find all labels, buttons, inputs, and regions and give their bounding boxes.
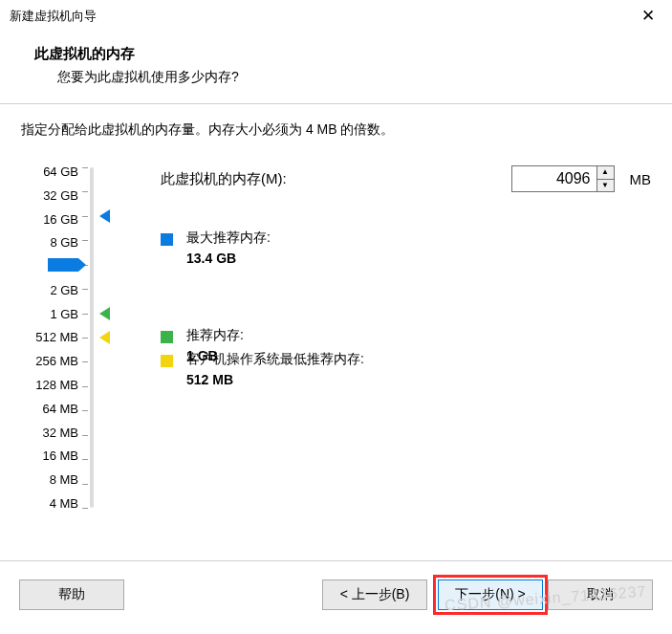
slider-tick-label: 128 MB [21,379,78,391]
slider-marker-min [99,331,110,344]
page-title: 此虚拟机的内存 [34,45,638,63]
slider-tick-label: 256 MB [21,355,78,367]
recommendation-max: 最大推荐内存:13.4 GB [161,230,271,266]
slider-marker-rec [99,307,110,320]
slider-tick-label: 1 GB [21,308,78,320]
slider-tick-label: 16 GB [21,213,78,226]
spinner-down-icon[interactable]: ▼ [597,180,614,192]
page-subtitle: 您要为此虚拟机使用多少内存? [34,69,638,86]
slider-tick-label: 4 GB [21,260,78,273]
recommendation-rec-label: 推荐内存: [186,327,244,344]
slider-track [90,167,94,508]
recommendation-min-value: 512 MB [186,372,364,387]
slider-tick-label: 2 GB [21,284,78,296]
memory-input[interactable] [512,166,596,191]
recommendation-max-label: 最大推荐内存: [186,230,271,247]
recommendation-max-value: 13.4 GB [186,251,271,266]
slider-tick-label: 8 MB [21,473,78,486]
recommendation-min-label: 客户机操作系统最低推荐内存: [186,351,364,368]
legend-square-yellow-icon [161,355,173,367]
memory-unit: MB [630,171,652,187]
titlebar: 新建虚拟机向导 ✕ [0,0,672,32]
slider-tick-label: 64 MB [21,403,78,415]
next-button-highlight: 下一步(N) > [433,575,548,615]
slider-tick-label: 4 MB [21,497,78,510]
wizard-header: 此虚拟机的内存 您要为此虚拟机使用多少内存? [0,32,672,103]
legend-square-blue-icon [161,233,173,246]
memory-field-label: 此虚拟机的内存(M): [161,170,502,188]
spinner-up-icon[interactable]: ▲ [597,166,614,180]
slider-tick-label: 8 GB [21,236,78,249]
cancel-button[interactable]: 取消 [548,579,653,610]
slider-tick-label: 512 MB [21,331,78,343]
legend-square-green-icon [161,331,173,343]
close-icon[interactable]: ✕ [636,6,661,26]
content-area: 指定分配给此虚拟机的内存量。内存大小必须为 4 MB 的倍数。 64 GB32 … [0,104,672,510]
help-button[interactable]: 帮助 [19,579,124,610]
slider-tick-label: 32 GB [21,189,78,202]
instruction-text: 指定分配给此虚拟机的内存量。内存大小必须为 4 MB 的倍数。 [21,121,651,139]
window-title: 新建虚拟机向导 [10,8,97,25]
slider-marker-max [99,209,110,223]
back-button[interactable]: < 上一步(B) [322,579,427,610]
next-button[interactable]: 下一步(N) > [438,579,543,610]
memory-slider[interactable]: 64 GB32 GB16 GB8 GB4 GB2 GB1 GB512 MB256… [21,165,120,510]
memory-spinner[interactable]: ▲ ▼ [511,165,615,192]
recommendation-min: 客户机操作系统最低推荐内存:512 MB [161,351,364,387]
slider-tick-label: 32 MB [21,426,78,439]
wizard-footer: 帮助 < 上一步(B) 下一步(N) > 取消 [0,560,672,634]
slider-tick-label: 16 MB [21,449,78,462]
slider-tick-label: 64 GB [21,165,78,178]
